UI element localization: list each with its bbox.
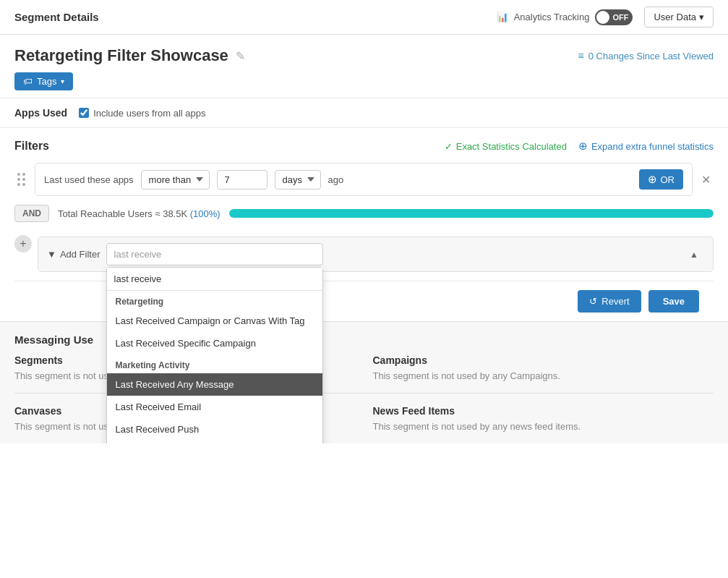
days-select[interactable]: days (275, 170, 321, 190)
check-icon: ✓ (445, 141, 453, 152)
delete-filter-button[interactable]: ✕ (698, 171, 714, 188)
expand-funnel-button[interactable]: ⊕ Expand extra funnel statistics (578, 140, 714, 153)
apps-used-row: Apps Used Include users from all apps (0, 98, 728, 128)
add-filter-section: + ▼ Add Filter ▲ Retargeting Last Receiv… (14, 231, 714, 272)
dropdown-section-label-retargeting: Retargeting (107, 291, 322, 310)
edit-icon[interactable]: ✎ (236, 49, 245, 63)
page-title: Retargeting Filter Showcase (14, 46, 228, 65)
campaigns-text: This segment is not used by any Campaign… (373, 370, 714, 381)
reachable-pct: (100%) (190, 208, 220, 219)
add-filter-plus-button[interactable]: + (14, 235, 32, 252)
news-feed-block: News Feed Items This segment is not used… (373, 405, 714, 432)
dropdown-item-specific-campaign[interactable]: Last Received Specific Campaign (107, 332, 322, 354)
filters-section: Filters ✓ Exact Statistics Calculated ⊕ … (0, 128, 728, 321)
revert-button[interactable]: ↺ Revert (578, 290, 641, 313)
news-feed-title: News Feed Items (373, 405, 714, 417)
page-title-row: Retargeting Filter Showcase ✎ (14, 46, 245, 65)
dropdown-section-label-marketing: Marketing Activity (107, 354, 322, 373)
tags-button[interactable]: 🏷 Tags ▾ (14, 72, 73, 90)
filter-select-wrapper: ▲ Retargeting Last Received Campaign or … (106, 243, 704, 265)
dropdown-section-retargeting: Retargeting Last Received Campaign or Ca… (107, 291, 322, 354)
filters-header: Filters ✓ Exact Statistics Calculated ⊕ … (14, 140, 714, 153)
campaigns-title: Campaigns (373, 354, 714, 366)
toggle-circle (596, 11, 609, 24)
filter-card: Last used these apps more than days ago … (35, 163, 693, 196)
filter-dropdown-menu: Retargeting Last Received Campaign or Ca… (106, 267, 323, 443)
chevron-up-icon[interactable]: ▲ (690, 250, 698, 260)
top-nav-right: 📊 Analytics Tracking OFF User Data ▾ (497, 7, 714, 27)
or-button[interactable]: ⊕ OR (639, 169, 684, 190)
toggle-off-label: OFF (612, 13, 628, 22)
more-than-select[interactable]: more than (141, 170, 210, 190)
chevron-down-icon: ▾ (61, 77, 64, 85)
plus-circle-icon: ⊕ (578, 140, 588, 153)
apps-used-label: Apps Used (14, 107, 67, 119)
plus-icon: ⊕ (648, 173, 657, 186)
analytics-tracking-control: 📊 Analytics Tracking OFF (497, 9, 633, 25)
filter-number-input[interactable] (217, 170, 267, 190)
include-all-apps-input[interactable] (79, 108, 89, 118)
analytics-tracking-label: Analytics Tracking (514, 12, 590, 22)
app-title: Segment Details (14, 11, 99, 23)
add-filter-container: ▼ Add Filter ▲ Retargeting Last Received… (38, 231, 714, 272)
filter-condition-label: Last used these apps (44, 174, 134, 185)
reachable-bar-fill (229, 209, 714, 218)
analytics-icon: 📊 (497, 12, 508, 22)
funnel-icon: ▼ (47, 249, 56, 260)
chevron-down-icon: ▾ (699, 12, 704, 22)
add-filter-label: ▼ Add Filter (47, 249, 100, 260)
page-header-top: Retargeting Filter Showcase ✎ ≡ 0 Change… (14, 46, 714, 65)
campaigns-block: Campaigns This segment is not used by an… (373, 354, 714, 381)
page-header: Retargeting Filter Showcase ✎ ≡ 0 Change… (0, 35, 728, 98)
dropdown-search-input[interactable] (107, 268, 322, 291)
filters-title: Filters (14, 140, 49, 153)
include-all-apps-checkbox[interactable]: Include users from all apps (79, 108, 205, 119)
dropdown-item-webhook[interactable]: Last Received Webhook (107, 441, 322, 443)
exact-stats-indicator: ✓ Exact Statistics Calculated (445, 141, 567, 152)
changes-since-last-viewed[interactable]: ≡ 0 Changes Since Last Viewed (578, 50, 714, 61)
dropdown-item-push[interactable]: Last Received Push (107, 418, 322, 441)
analytics-toggle[interactable]: OFF (595, 9, 633, 25)
drag-handle[interactable] (14, 170, 29, 189)
tag-icon: 🏷 (23, 76, 33, 87)
filter-search-input[interactable] (106, 243, 323, 265)
dropdown-section-marketing: Marketing Activity Last Received Any Mes… (107, 354, 322, 443)
and-bar: AND Total Reachable Users ≈ 38.5K (100%) (14, 205, 714, 222)
save-button[interactable]: Save (648, 290, 699, 313)
filters-header-right: ✓ Exact Statistics Calculated ⊕ Expand e… (445, 140, 714, 153)
user-data-button[interactable]: User Data ▾ (644, 7, 714, 27)
add-filter-row: ▼ Add Filter ▲ Retargeting Last Received… (38, 237, 714, 272)
filter-row: Last used these apps more than days ago … (14, 163, 714, 196)
dropdown-item-campaign-canvas[interactable]: Last Received Campaign or Canvas With Ta… (107, 310, 322, 332)
reachable-progress-bar (229, 209, 714, 218)
ago-label: ago (328, 174, 344, 185)
revert-icon: ↺ (589, 296, 597, 307)
top-nav: Segment Details 📊 Analytics Tracking OFF… (0, 0, 728, 35)
news-feed-text: This segment is not used by any news fee… (373, 421, 714, 432)
dropdown-item-email[interactable]: Last Received Email (107, 396, 322, 418)
reachable-users-text: Total Reachable Users ≈ 38.5K (100%) (58, 208, 220, 219)
changes-list-icon: ≡ (578, 50, 584, 61)
dropdown-item-any-message[interactable]: Last Received Any Message (107, 373, 322, 396)
and-badge: AND (14, 205, 49, 222)
